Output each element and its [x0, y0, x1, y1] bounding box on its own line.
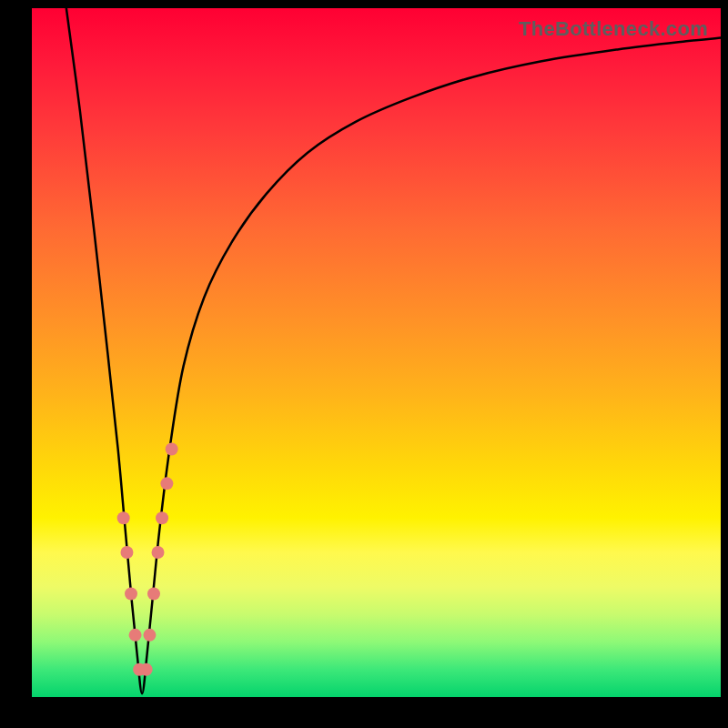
highlight-markers: [117, 442, 178, 675]
highlight-marker: [160, 477, 173, 490]
watermark-text: TheBottleneck.com: [519, 17, 708, 41]
highlight-marker: [147, 587, 160, 600]
highlight-marker: [152, 546, 165, 559]
highlight-marker: [166, 442, 178, 455]
chart-svg: [32, 8, 721, 697]
highlight-marker: [120, 546, 133, 559]
chart-frame: TheBottleneck.com: [0, 0, 728, 728]
highlight-marker: [125, 587, 137, 600]
plot-area: TheBottleneck.com: [32, 8, 721, 697]
highlight-marker: [156, 511, 168, 524]
highlight-marker: [143, 629, 156, 642]
highlight-marker: [140, 663, 153, 676]
highlight-marker: [129, 629, 142, 642]
highlight-marker: [117, 511, 130, 524]
bottleneck-curve: [66, 8, 721, 693]
